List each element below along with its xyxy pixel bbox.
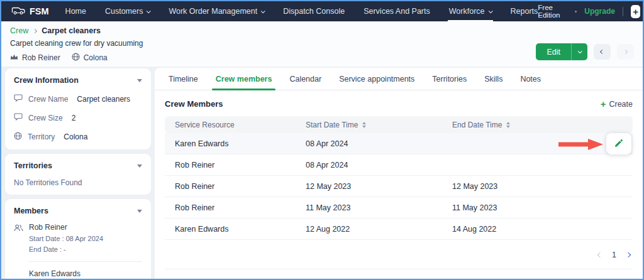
create-button[interactable]: + Create xyxy=(601,99,633,109)
crew-leader-name: Rob Reiner xyxy=(22,53,60,62)
record-tabs: Timeline Crew members Calendar Service a… xyxy=(155,68,643,90)
nav-item-work-order-management[interactable]: Work Order Management xyxy=(169,1,264,21)
chevron-right-icon xyxy=(626,252,631,257)
tab-calendar[interactable]: Calendar xyxy=(280,68,330,90)
record-actions: Edit xyxy=(536,43,634,60)
breadcrumb: Crew Carpet cleaners xyxy=(10,26,143,35)
card-title: Crew Information xyxy=(14,76,79,85)
card-header: Members xyxy=(14,207,142,215)
globe-icon xyxy=(72,53,80,63)
quick-add-button[interactable]: + xyxy=(631,5,641,18)
table-row[interactable]: Rob Reiner 12 May 2023 12 May 2023 xyxy=(165,176,633,197)
column-header-end-date-time: End Date Time xyxy=(452,121,633,129)
chat-icon xyxy=(14,113,23,122)
pagination-prev-button[interactable] xyxy=(598,253,602,257)
nav-item-label: Work Order Management xyxy=(169,7,257,16)
edit-button[interactable]: Edit xyxy=(536,43,571,60)
member-name: Karen Edwards xyxy=(29,269,142,278)
card-header: Territories xyxy=(14,161,142,170)
cell-service-resource: Rob Reiner xyxy=(165,182,306,191)
tab-crew-members[interactable]: Crew members xyxy=(207,68,281,90)
people-icon xyxy=(14,223,23,234)
collapse-caret-icon[interactable] xyxy=(137,210,142,213)
nav-item-customers[interactable]: Customers xyxy=(105,1,150,21)
crew-members-table: Service Resource Start Date Time End Dat… xyxy=(165,116,633,240)
edit-dropdown-button[interactable] xyxy=(571,43,587,60)
chevron-left-icon xyxy=(600,50,604,54)
nav-item-services-and-parts[interactable]: Services And Parts xyxy=(364,1,430,21)
member-name: Rob Reiner xyxy=(29,223,142,232)
edit-split-button: Edit xyxy=(536,43,587,60)
member-item: Karen Edwards Start Date : 08 Apr 2024 E… xyxy=(14,269,142,279)
tab-territories[interactable]: Territories xyxy=(423,68,475,90)
record-header-left: Crew Carpet cleaners Carpet cleaning cre… xyxy=(10,26,143,63)
create-button-label: Create xyxy=(609,100,633,109)
dot-separator: • xyxy=(575,8,577,15)
tab-service-appointments[interactable]: Service appointments xyxy=(330,68,423,90)
field-label: Territory xyxy=(28,132,55,141)
territories-card: Territories No Territories Found xyxy=(5,154,151,195)
crew-description: Carpet cleaning crew for dry vacuuming xyxy=(10,39,143,48)
pagination-page-number[interactable]: 1 xyxy=(612,250,616,259)
table-row[interactable]: Rob Reiner 11 May 2023 11 May 2023 xyxy=(165,197,633,218)
previous-record-button[interactable] xyxy=(594,44,611,60)
crown-icon xyxy=(10,53,18,62)
member-item: Rob Reiner Start Date : 08 Apr 2024 End … xyxy=(14,223,142,253)
upgrade-link[interactable]: Upgrade xyxy=(584,7,615,16)
card-header: Crew Information xyxy=(14,76,142,85)
card-title: Territories xyxy=(14,161,52,170)
field-value: Carpet cleaners xyxy=(77,95,130,104)
nav-item-dispatch-console[interactable]: Dispatch Console xyxy=(283,1,345,21)
row-edit-button[interactable] xyxy=(606,133,631,154)
column-label: Start Date Time xyxy=(306,121,358,129)
cell-end-date: 14 Aug 2022 xyxy=(452,225,633,234)
app-logo[interactable]: FSM xyxy=(11,6,49,17)
column-label: End Date Time xyxy=(452,121,502,129)
tab-notes[interactable]: Notes xyxy=(511,68,550,90)
tab-skills[interactable]: Skills xyxy=(475,68,511,90)
cell-end-date: 11 May 2023 xyxy=(452,203,633,212)
card-title: Members xyxy=(14,207,48,215)
column-header-start-date-time: Start Date Time xyxy=(306,121,452,129)
vertical-divider xyxy=(623,7,623,16)
pagination-next-button[interactable] xyxy=(626,253,630,257)
crew-leader-chip: Rob Reiner xyxy=(10,53,60,62)
pagination: 1 xyxy=(155,240,643,269)
collapse-caret-icon[interactable] xyxy=(137,79,142,82)
cell-start-date: 12 May 2023 xyxy=(306,182,452,191)
column-label: Service Resource xyxy=(175,121,235,129)
nav-item-home[interactable]: Home xyxy=(65,1,86,21)
territory-name: Colona xyxy=(84,53,108,62)
breadcrumb-crew-link[interactable]: Crew xyxy=(10,26,28,35)
territory-chip: Colona xyxy=(72,53,108,63)
nav-item-reports[interactable]: Reports xyxy=(511,1,538,21)
nav-menu: Home Customers Work Order Management Dis… xyxy=(65,1,538,21)
member-start-date: Start Date : 08 Apr 2024 xyxy=(29,235,142,242)
next-record-button[interactable] xyxy=(617,44,634,60)
app-window: FSM Home Customers Work Order Management… xyxy=(0,0,644,280)
nav-item-label: Reports xyxy=(511,7,538,16)
sort-icon[interactable] xyxy=(362,122,366,128)
nav-item-label: Dispatch Console xyxy=(283,7,345,16)
tab-timeline[interactable]: Timeline xyxy=(160,68,207,90)
field-label: Crew Name xyxy=(28,95,68,104)
table-row[interactable]: Karen Edwards 12 Aug 2022 14 Aug 2022 xyxy=(165,218,633,240)
territories-empty-text: No Territories Found xyxy=(14,178,142,187)
chevron-right-icon xyxy=(33,28,37,33)
cell-end-date: 12 May 2023 xyxy=(452,182,633,191)
table-row[interactable]: Rob Reiner 08 Apr 2024 xyxy=(165,154,633,176)
brand-name: FSM xyxy=(30,6,49,16)
cell-start-date: 08 Apr 2024 xyxy=(306,139,452,148)
nav-item-label: Home xyxy=(65,7,86,16)
page-title: Carpet cleaners xyxy=(42,26,101,35)
cell-start-date: 08 Apr 2024 xyxy=(306,161,452,170)
sort-icon[interactable] xyxy=(506,122,510,128)
edition-label: Free Edition xyxy=(538,4,567,19)
nav-item-workforce[interactable]: Workforce xyxy=(449,1,492,21)
chat-icon xyxy=(14,94,23,104)
cell-start-date: 12 Aug 2022 xyxy=(306,225,452,234)
member-end-date: End Date : - xyxy=(29,245,142,253)
nav-item-label: Customers xyxy=(105,7,143,16)
collapse-caret-icon[interactable] xyxy=(137,164,142,168)
table-row[interactable]: Karen Edwards 08 Apr 2024 xyxy=(165,133,633,154)
